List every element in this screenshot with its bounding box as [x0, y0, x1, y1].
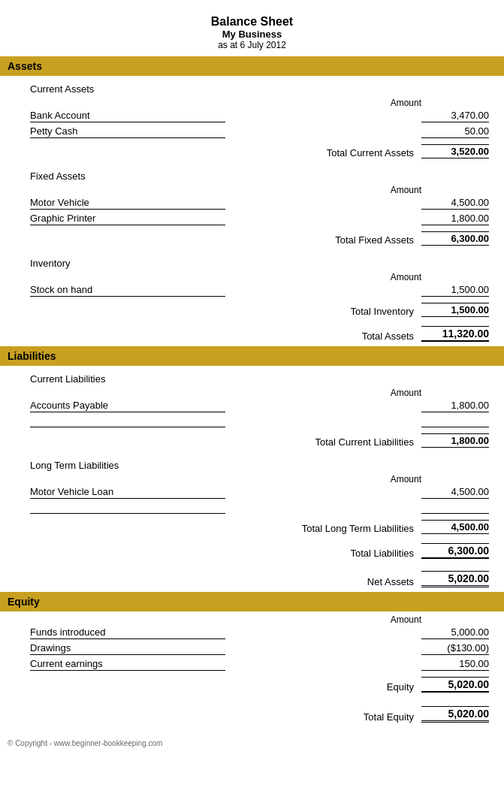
report-header: Balance Sheet My Business as at 6 July 2…: [0, 8, 504, 56]
total-current-assets-row: Total Current Assets 3,520.00: [8, 140, 496, 163]
empty-label-1: [30, 415, 225, 427]
current-liabilities-title: Current Liabilities: [8, 366, 496, 385]
motor-vehicle-label: Motor Vehicle: [30, 197, 225, 210]
total-assets-row: Total Assets 11,320.00: [8, 321, 496, 346]
current-earnings-label: Current earnings: [30, 658, 225, 671]
stock-on-hand-label: Stock on hand: [30, 284, 225, 297]
total-fixed-assets-amount: 6,300.00: [421, 231, 489, 246]
total-current-liabilities-amount: 1,800.00: [421, 433, 489, 448]
liabilities-section-header: Liabilities: [0, 346, 504, 366]
current-earnings-row: Current earnings 150.00: [8, 657, 496, 672]
long-term-liabilities-amount-header-row: Amount: [8, 471, 496, 484]
total-equity-amount: 5,020.00: [421, 706, 489, 723]
drawings-amount: ($130.00): [421, 642, 489, 655]
footer: © Copyright - www.beginner-bookkeeping.c…: [0, 732, 504, 747]
empty-label-2: [30, 502, 225, 514]
inventory-amount-header: Amount: [354, 272, 421, 282]
total-long-term-liabilities-label: Total Long Term Liabilities: [302, 523, 414, 534]
motor-vehicle-loan-label: Motor Vehicle Loan: [30, 486, 225, 499]
petty-cash-row: Petty Cash 50.00: [8, 124, 496, 140]
report-date: as at 6 July 2012: [0, 40, 504, 50]
total-liabilities-row: Total Liabilities 6,300.00: [8, 539, 496, 563]
equity-section-body: Amount Funds introduced 5,000.00 Drawing…: [0, 611, 504, 732]
total-equity-label: Total Equity: [364, 711, 414, 723]
total-inventory-amount: 1,500.00: [421, 303, 489, 317]
current-liabilities-amount-header-row: Amount: [8, 385, 496, 398]
funds-introduced-label: Funds introduced: [30, 626, 225, 639]
inventory-amount-header-row: Amount: [8, 269, 496, 282]
liabilities-section-body: Current Liabilities Amount Accounts Paya…: [0, 366, 504, 592]
report-title: Balance Sheet: [0, 15, 504, 29]
petty-cash-amount: 50.00: [421, 125, 489, 138]
total-assets-amount: 11,320.00: [421, 326, 489, 342]
motor-vehicle-row: Motor Vehicle 4,500.00: [8, 195, 496, 211]
accounts-payable-row: Accounts Payable 1,800.00: [8, 398, 496, 414]
assets-section-header: Assets: [0, 56, 504, 76]
current-earnings-amount: 150.00: [421, 658, 489, 671]
total-current-assets-amount: 3,520.00: [421, 144, 489, 158]
total-inventory-row: Total Inventory 1,500.00: [8, 298, 496, 321]
net-assets-label: Net Assets: [367, 576, 414, 587]
total-long-term-liabilities-row: Total Long Term Liabilities 4,500.00: [8, 515, 496, 539]
bank-account-label: Bank Account: [30, 110, 225, 122]
inventory-title: Inventory: [8, 250, 496, 269]
total-assets-label: Total Assets: [362, 331, 414, 342]
funds-introduced-row: Funds introduced 5,000.00: [8, 625, 496, 641]
motor-vehicle-loan-amount: 4,500.00: [421, 486, 489, 499]
equity-amount-header: Amount: [354, 614, 421, 625]
graphic-printer-row: Graphic Printer 1,800.00: [8, 211, 496, 227]
total-equity-row: Total Equity 5,020.00: [8, 702, 496, 727]
equity-subtotal-row: Equity 5,020.00: [8, 672, 496, 697]
motor-vehicle-amount: 4,500.00: [421, 197, 489, 210]
total-current-liabilities-label: Total Current Liabilities: [315, 436, 414, 448]
bank-account-row: Bank Account 3,470.00: [8, 108, 496, 124]
accounts-payable-amount: 1,800.00: [421, 400, 489, 412]
total-liabilities-label: Total Liabilities: [350, 548, 414, 559]
drawings-row: Drawings ($130.00): [8, 641, 496, 657]
petty-cash-label: Petty Cash: [30, 125, 225, 138]
assets-section-body: Current Assets Amount Bank Account 3,470…: [0, 76, 504, 346]
graphic-printer-label: Graphic Printer: [30, 213, 225, 225]
current-assets-amount-header-row: Amount: [8, 95, 496, 108]
net-assets-amount: 5,020.00: [421, 571, 489, 587]
current-liabilities-empty-row: [8, 414, 496, 429]
total-long-term-liabilities-amount: 4,500.00: [421, 520, 489, 534]
funds-introduced-amount: 5,000.00: [421, 626, 489, 639]
equity-section-header: Equity: [0, 592, 504, 611]
current-assets-amount-header: Amount: [354, 98, 421, 108]
fixed-assets-amount-header-row: Amount: [8, 182, 496, 195]
stock-on-hand-amount: 1,500.00: [421, 284, 489, 297]
motor-vehicle-loan-row: Motor Vehicle Loan 4,500.00: [8, 484, 496, 500]
bank-account-amount: 3,470.00: [421, 110, 489, 122]
current-assets-title: Current Assets: [8, 76, 496, 95]
current-liabilities-amount-header: Amount: [354, 388, 421, 398]
stock-on-hand-row: Stock on hand 1,500.00: [8, 282, 496, 298]
report-subtitle: My Business: [0, 29, 504, 40]
fixed-assets-title: Fixed Assets: [8, 163, 496, 182]
total-fixed-assets-label: Total Fixed Assets: [335, 234, 414, 246]
total-fixed-assets-row: Total Fixed Assets 6,300.00: [8, 227, 496, 250]
long-term-liabilities-amount-header: Amount: [354, 474, 421, 484]
empty-amount-2: [421, 502, 489, 514]
total-inventory-label: Total Inventory: [350, 306, 414, 317]
accounts-payable-label: Accounts Payable: [30, 400, 225, 412]
net-assets-row: Net Assets 5,020.00: [8, 566, 496, 592]
equity-subtotal-label: Equity: [387, 681, 414, 693]
total-current-liabilities-row: Total Current Liabilities 1,800.00: [8, 429, 496, 452]
total-current-assets-label: Total Current Assets: [327, 147, 414, 158]
total-liabilities-amount: 6,300.00: [421, 543, 489, 559]
long-term-liabilities-empty-row: [8, 500, 496, 515]
drawings-label: Drawings: [30, 642, 225, 655]
graphic-printer-amount: 1,800.00: [421, 213, 489, 225]
balance-sheet-page: Balance Sheet My Business as at 6 July 2…: [0, 0, 504, 762]
equity-amount-header-row: Amount: [8, 611, 496, 625]
equity-subtotal-amount: 5,020.00: [421, 677, 489, 693]
long-term-liabilities-title: Long Term Liabilities: [8, 452, 496, 471]
empty-amount-1: [421, 415, 489, 427]
fixed-assets-amount-header: Amount: [354, 185, 421, 195]
copyright-text: © Copyright - www.beginner-bookkeeping.c…: [8, 739, 162, 747]
